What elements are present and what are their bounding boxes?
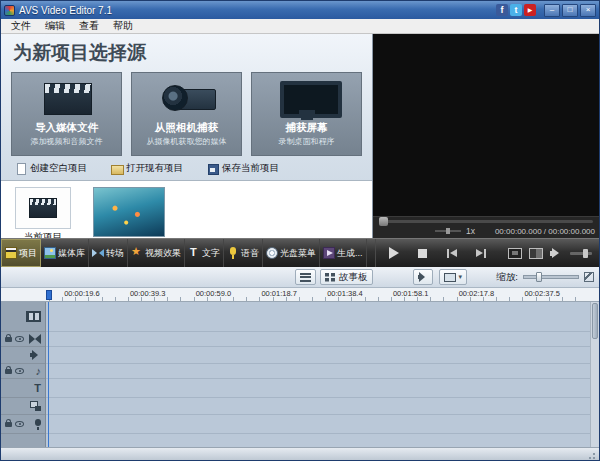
vertical-scrollbar[interactable] — [590, 302, 599, 447]
project-thumbnail — [93, 187, 165, 237]
menu-item[interactable]: 查看 — [72, 19, 106, 33]
tab-label: 生成... — [337, 247, 363, 260]
zoom-handle[interactable] — [536, 272, 542, 282]
tool-tab[interactable]: 项目 — [1, 239, 41, 267]
chevron-down-icon: ▾ — [459, 273, 463, 281]
fullscreen-preview-icon[interactable] — [508, 248, 522, 259]
maximize-button[interactable]: □ — [562, 4, 578, 17]
project-thumbnail — [15, 187, 71, 229]
preview-panel: 1x 00:00:00.000 / 00:00:00.000 — [373, 34, 599, 238]
skip-back-icon — [450, 249, 457, 257]
play-button[interactable] — [384, 244, 404, 262]
monitor-select-button[interactable]: ▾ — [439, 269, 468, 285]
speaker-icon — [418, 272, 428, 282]
track-header[interactable] — [1, 332, 45, 347]
stop-icon — [418, 249, 427, 258]
track-lane[interactable] — [46, 302, 590, 332]
social-icon[interactable]: t — [510, 4, 522, 16]
eye-icon — [15, 336, 24, 342]
link-label: 创建空白项目 — [30, 162, 87, 175]
project-item-current[interactable]: 当前项目 — [15, 187, 71, 244]
start-page: 为新项目选择源 导入媒体文件 添加视频和音频文件 从照相机捕获 从摄像机获取您的… — [1, 34, 373, 238]
lock-icon — [5, 422, 12, 427]
track-lane[interactable] — [46, 332, 590, 347]
ruler-timestamp: 00:00:19.6 — [49, 288, 115, 301]
track-icon — [29, 334, 41, 344]
project-link[interactable]: 创建空白项目 — [15, 162, 87, 175]
expand-timeline-icon[interactable] — [584, 272, 594, 282]
track-icon — [36, 365, 42, 377]
seek-handle[interactable] — [379, 217, 388, 226]
tab-icon — [227, 247, 239, 259]
tab-icon — [131, 247, 143, 259]
ruler-timestamp: 00:02:17.8 — [444, 288, 510, 301]
volume-icon[interactable] — [550, 247, 563, 259]
storyboard-label: 故事板 — [339, 271, 368, 284]
volume-slider[interactable] — [570, 252, 592, 255]
zoom-slider[interactable] — [523, 275, 579, 279]
timeline-lanes[interactable] — [46, 302, 590, 447]
project-link[interactable]: 保存当前项目 — [207, 162, 279, 175]
audio-mixer-button[interactable] — [413, 269, 433, 285]
tool-tab[interactable]: 转场 — [89, 239, 128, 267]
eye-icon — [15, 421, 24, 427]
stop-button[interactable] — [413, 244, 433, 262]
track-header[interactable] — [1, 302, 45, 332]
menu-item[interactable]: 编辑 — [38, 19, 72, 33]
menu-item[interactable]: 帮助 — [106, 19, 140, 33]
tab-icon — [92, 247, 104, 259]
social-icon[interactable]: f — [496, 4, 508, 16]
tab-label: 媒体库 — [58, 247, 85, 260]
tab-label: 光盘菜单 — [280, 247, 316, 260]
tab-label: 视频效果 — [145, 247, 181, 260]
window-controls: – □ × — [544, 4, 596, 17]
minimize-button[interactable]: – — [544, 4, 560, 17]
track-lane[interactable] — [46, 364, 590, 379]
tool-tab[interactable]: 生成... — [320, 239, 367, 267]
track-header[interactable] — [1, 398, 45, 415]
storyboard-icon — [325, 273, 336, 282]
detach-preview-icon[interactable] — [529, 248, 543, 259]
menubar: 文件 编辑 查看 帮助 — [1, 19, 599, 34]
ruler-timestamp: 00:00:59.0 — [181, 288, 247, 301]
tool-tab[interactable]: 媒体库 — [41, 239, 89, 267]
tool-tab[interactable]: 文字 — [185, 239, 224, 267]
tab-icon — [5, 247, 17, 259]
window-title: AVS Video Editor 7.1 — [19, 5, 112, 16]
track-header[interactable] — [1, 415, 45, 434]
track-lane[interactable] — [46, 379, 590, 398]
timeline-view-button[interactable] — [295, 269, 316, 285]
track-header[interactable] — [1, 364, 45, 379]
track-lane[interactable] — [46, 415, 590, 434]
project-link[interactable]: 打开现有项目 — [111, 162, 183, 175]
eye-icon — [15, 368, 24, 374]
scrollbar-thumb[interactable] — [592, 303, 598, 339]
timeline-view-icon — [300, 273, 311, 282]
tool-tab[interactable]: 光盘菜单 — [263, 239, 320, 267]
speed-slider[interactable] — [435, 230, 461, 232]
social-icon[interactable]: ▶ — [524, 4, 536, 16]
source-tile[interactable]: 捕获屏幕 录制桌面和程序 — [251, 72, 362, 156]
track-headers — [1, 302, 46, 447]
timeline-ruler[interactable]: 00:00:19.6 00:00:39.3 00:00:59.0 00:01:1… — [1, 288, 599, 302]
track-header[interactable] — [1, 347, 45, 364]
seek-slider[interactable] — [379, 220, 593, 223]
tool-tab[interactable]: 视频效果 — [128, 239, 185, 267]
source-tile[interactable]: 从照相机捕获 从摄像机获取您的媒体 — [131, 72, 242, 156]
titlebar: AVS Video Editor 7.1 f t ▶ – □ × — [1, 1, 599, 19]
track-lane[interactable] — [46, 398, 590, 415]
next-button[interactable] — [471, 244, 491, 262]
ruler-timestamp: 00:01:58.1 — [378, 288, 444, 301]
track-lane[interactable] — [46, 347, 590, 364]
track-icon — [30, 350, 41, 360]
track-header[interactable] — [1, 379, 45, 398]
tool-tab[interactable]: 语音 — [224, 239, 263, 267]
playhead-marker[interactable] — [46, 290, 52, 300]
previous-button[interactable] — [442, 244, 462, 262]
source-tile[interactable]: 导入媒体文件 添加视频和音频文件 — [11, 72, 122, 156]
menu-item[interactable]: 文件 — [4, 19, 38, 33]
storyboard-view-button[interactable]: 故事板 — [320, 269, 373, 285]
source-title: 导入媒体文件 — [35, 121, 98, 135]
resize-grip[interactable] — [586, 450, 595, 459]
close-button[interactable]: × — [580, 4, 596, 17]
